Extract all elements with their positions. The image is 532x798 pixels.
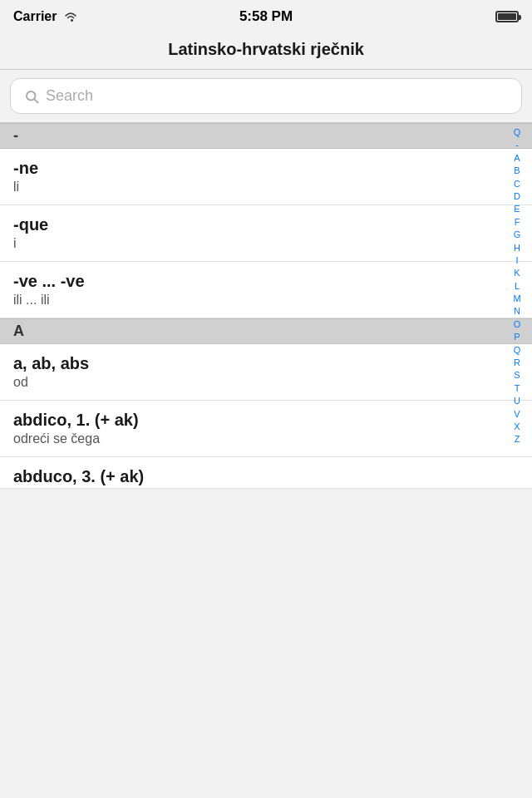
list-item[interactable]: a, ab, abs od: [0, 344, 532, 401]
alpha-letter-k[interactable]: K: [510, 267, 523, 279]
search-bar[interactable]: Search: [10, 78, 522, 114]
item-term: -que: [13, 215, 519, 234]
alpha-letter-x[interactable]: X: [510, 421, 523, 433]
list-content: - -ne li -que i -ve ... -ve ili ... ili …: [0, 123, 532, 489]
battery-icon: [495, 11, 519, 22]
nav-bar: Latinsko-hrvatski rječnik: [0, 33, 532, 70]
item-term: abduco, 3. (+ ak): [13, 467, 519, 486]
search-icon: [24, 89, 39, 104]
page-title: Latinsko-hrvatski rječnik: [168, 40, 364, 58]
alpha-letter-h[interactable]: H: [510, 242, 524, 254]
list-area: - -ne li -que i -ve ... -ve ili ... ili …: [0, 123, 532, 489]
item-translation: ili ... ili: [13, 293, 519, 308]
list-item[interactable]: abdico, 1. (+ ak) odreći se čega: [0, 401, 532, 457]
svg-line-1: [34, 99, 37, 102]
item-translation: odreći se čega: [13, 431, 519, 446]
alpha-letter-m[interactable]: M: [510, 293, 524, 305]
status-bar: Carrier 5:58 PM: [0, 0, 532, 33]
list-item[interactable]: -que i: [0, 205, 532, 262]
item-translation: i: [13, 236, 519, 251]
item-translation: od: [13, 375, 519, 390]
item-term: abdico, 1. (+ ak): [13, 411, 519, 430]
wifi-icon: [63, 11, 78, 22]
alpha-letter-r[interactable]: R: [510, 357, 524, 369]
list-item[interactable]: -ne li: [0, 149, 532, 205]
alpha-letter-i[interactable]: I: [512, 254, 521, 267]
alpha-letter-e[interactable]: E: [510, 203, 523, 215]
alpha-letter-q[interactable]: Q: [510, 344, 525, 357]
alpha-letter-f[interactable]: F: [511, 216, 524, 229]
alpha-letter-u[interactable]: U: [510, 395, 524, 407]
alpha-letter-b[interactable]: B: [510, 165, 523, 177]
alpha-letter-p[interactable]: P: [510, 331, 523, 343]
alpha-letter-o[interactable]: O: [510, 318, 525, 331]
alpha-letter-z[interactable]: Z: [511, 433, 524, 446]
alpha-letter-n[interactable]: N: [510, 305, 524, 318]
alpha-letter-t[interactable]: T: [511, 382, 524, 395]
section-header-dash: -: [0, 123, 532, 149]
carrier-label: Carrier: [13, 9, 57, 24]
search-container: Search: [0, 70, 532, 123]
search-placeholder-text: Search: [46, 87, 93, 105]
item-translation: li: [13, 180, 519, 195]
alphabet-sidebar: Q - A B C D E F G H I K L M N O P Q R S …: [502, 123, 532, 489]
status-right: [495, 11, 519, 22]
status-left: Carrier: [13, 9, 78, 24]
alpha-letter-g[interactable]: G: [510, 229, 525, 241]
list-item[interactable]: -ve ... -ve ili ... ili: [0, 262, 532, 318]
alpha-letter-s[interactable]: S: [510, 369, 523, 382]
alpha-letter-l[interactable]: L: [511, 280, 523, 293]
item-term: -ne: [13, 159, 519, 178]
alpha-letter-d[interactable]: D: [510, 190, 524, 203]
alpha-letter-a[interactable]: A: [510, 152, 523, 165]
section-header-a: A: [0, 318, 532, 344]
alpha-letter-c[interactable]: C: [510, 178, 524, 190]
alpha-letter-search[interactable]: Q: [510, 126, 525, 139]
alpha-letter-v[interactable]: V: [510, 408, 523, 421]
alpha-letter-dash[interactable]: -: [512, 139, 522, 151]
status-time: 5:58 PM: [239, 8, 293, 25]
item-term: -ve ... -ve: [13, 272, 519, 291]
list-item-partial[interactable]: abduco, 3. (+ ak): [0, 457, 532, 489]
item-term: a, ab, abs: [13, 354, 519, 373]
